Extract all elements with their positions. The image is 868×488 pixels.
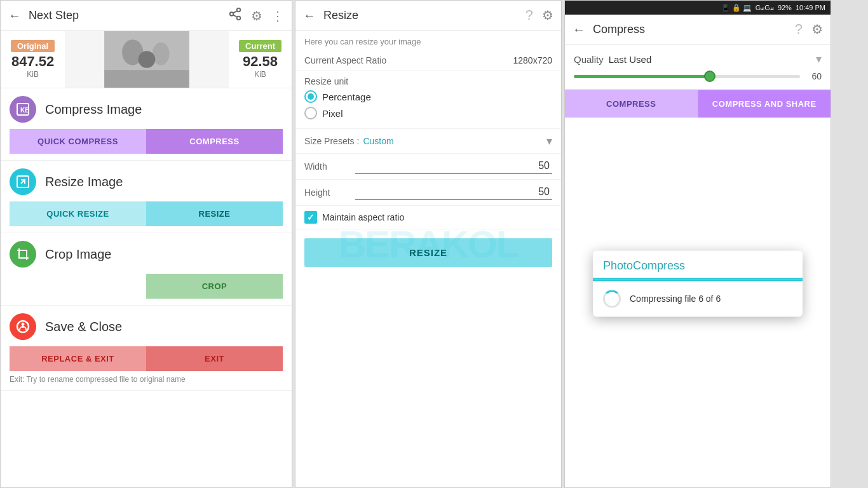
- quality-label: Quality: [574, 54, 604, 65]
- size-presets-label: Size Presets :: [304, 136, 359, 146]
- status-bar: 📱 🔒 💻 G₄ᵢG₄ᵢ 92% 10:49 PM: [565, 1, 831, 15]
- save-section: Save & Close REPLACE & EXIT EXIT Exit: T…: [1, 306, 292, 391]
- quality-slider-row: 60: [565, 69, 831, 89]
- size-presets-dropdown-icon[interactable]: ▾: [546, 134, 552, 148]
- resize-section: Resize Image QUICK RESIZE RESIZE: [1, 161, 292, 233]
- quality-value: Last Used: [609, 54, 652, 65]
- signal-strength: G₄ᵢG₄ᵢ: [756, 4, 774, 12]
- height-label: Height: [304, 187, 355, 198]
- width-label: Width: [304, 161, 355, 172]
- crop-section-icon: [10, 241, 36, 268]
- status-time: 10:49 PM: [796, 4, 825, 11]
- panel3-help-icon[interactable]: ?: [795, 21, 803, 37]
- save-section-icon: [10, 313, 36, 340]
- aspect-ratio-label: Current Aspect Ratio: [304, 55, 386, 65]
- panel2-back-icon[interactable]: ←: [303, 8, 316, 23]
- maintain-aspect-row[interactable]: ✓ Maintain aspect ratio: [295, 206, 561, 229]
- radio-percentage-circle[interactable]: [304, 90, 317, 103]
- crop-label: Crop Image: [45, 247, 112, 262]
- svg-text:KB: KB: [20, 107, 29, 114]
- quick-compress-button[interactable]: QUICK COMPRESS: [10, 129, 146, 154]
- quick-resize-button[interactable]: QUICK RESIZE: [10, 201, 146, 226]
- panel3-settings-icon[interactable]: ⚙: [811, 22, 823, 37]
- resize-title-row: Resize Image: [10, 168, 283, 195]
- panel3-back-icon[interactable]: ←: [573, 22, 585, 37]
- width-input[interactable]: [355, 159, 552, 174]
- replace-exit-button[interactable]: REPLACE & EXIT: [10, 346, 146, 371]
- size-presets-value: Custom: [363, 136, 393, 146]
- resize-btn-row: QUICK RESIZE RESIZE: [10, 201, 283, 226]
- dialog-title: PhotoCompress: [593, 250, 803, 279]
- maintain-aspect-checkbox[interactable]: ✓: [304, 211, 317, 224]
- compress-section-icon: KB: [10, 96, 36, 123]
- resize-action-button[interactable]: RESIZE: [304, 238, 552, 267]
- radio-percentage-label: Percentage: [322, 92, 371, 102]
- radio-percentage[interactable]: Percentage: [304, 90, 552, 103]
- save-title-row: Save & Close: [10, 313, 283, 340]
- panel1-header: ← Next Step ⚙ ⋮: [1, 1, 292, 31]
- dialog-progress-text: Compressing file 6 of 6: [630, 294, 721, 304]
- svg-line-4: [233, 11, 237, 13]
- progress-spinner: [603, 290, 621, 308]
- svg-point-10: [139, 51, 156, 68]
- compress-action-button[interactable]: COMPRESS: [565, 90, 698, 118]
- radio-pixel[interactable]: Pixel: [304, 107, 552, 119]
- maintain-aspect-label: Maintain aspect ratio: [322, 212, 404, 222]
- settings-icon[interactable]: ⚙: [251, 8, 262, 24]
- panel1-title: Next Step: [29, 9, 219, 22]
- panel2-settings-icon[interactable]: ⚙: [542, 8, 553, 23]
- dialog-body: Compressing file 6 of 6: [593, 281, 803, 316]
- original-size: 847.52: [11, 53, 54, 70]
- compress-label: Compress Image: [45, 102, 142, 117]
- compress-share-button[interactable]: COMPRESS AND SHARE: [698, 90, 831, 118]
- resize-hint: Here you can resize your image: [295, 30, 561, 50]
- svg-point-8: [153, 43, 170, 65]
- radio-pixel-circle[interactable]: [304, 107, 317, 119]
- resize-label: Resize Image: [45, 175, 123, 189]
- compress-btn-row: COMPRESS COMPRESS AND SHARE: [565, 90, 831, 118]
- compress-section: KB Compress Image QUICK COMPRESS COMPRES…: [1, 88, 292, 161]
- quality-slider-fill: [574, 75, 710, 78]
- image-thumbnail: [65, 31, 229, 88]
- resize-section-icon: [10, 168, 36, 195]
- quality-slider-value: 60: [806, 71, 822, 81]
- compress-title-row: KB Compress Image: [10, 96, 283, 123]
- panel-main-menu: ← Next Step ⚙ ⋮ Original 847.52 KiB Curr…: [0, 0, 292, 488]
- share-icon[interactable]: [228, 7, 242, 24]
- exit-button[interactable]: EXIT: [146, 346, 283, 371]
- panel-resize: ← Resize ? ⚙ Here you can resize your im…: [295, 0, 562, 488]
- height-input[interactable]: [355, 185, 552, 200]
- svg-point-0: [237, 8, 241, 12]
- current-label: Current: [239, 40, 281, 52]
- height-row: Height: [295, 180, 561, 206]
- quality-slider-thumb[interactable]: [704, 71, 715, 82]
- width-row: Width: [295, 154, 561, 180]
- crop-button[interactable]: CROP: [146, 274, 283, 299]
- exit-hint: Exit: Try to rename compressed file to o…: [10, 371, 283, 384]
- original-unit: KiB: [27, 70, 39, 79]
- quality-dropdown-icon[interactable]: ▾: [816, 52, 822, 66]
- size-presets-row[interactable]: Size Presets : Custom ▾: [295, 129, 561, 154]
- panel2-header: ← Resize ? ⚙: [295, 1, 561, 30]
- image-info-row: Original 847.52 KiB Current 92.58 KiB: [1, 31, 292, 88]
- aspect-ratio-row: Current Aspect Ratio 1280x720: [295, 50, 561, 71]
- resize-button[interactable]: RESIZE: [146, 201, 283, 226]
- resize-btn-container: RESIZE: [295, 229, 561, 276]
- crop-section: Crop Image CROP: [1, 233, 292, 306]
- panel2-help-icon[interactable]: ?: [526, 7, 533, 24]
- current-size: 92.58: [243, 53, 278, 70]
- panel3-title: Compress: [593, 23, 786, 36]
- quality-row: Quality Last Used ▾: [565, 44, 831, 69]
- resize-unit-label: Resize unit: [304, 76, 552, 86]
- panel2-title: Resize: [323, 9, 517, 22]
- compress-button[interactable]: COMPRESS: [146, 129, 283, 154]
- back-icon[interactable]: ←: [8, 8, 21, 23]
- save-label: Save & Close: [45, 320, 122, 334]
- svg-rect-9: [104, 70, 189, 88]
- compress-btn-row: QUICK COMPRESS COMPRESS: [10, 129, 283, 154]
- current-size-block: Current 92.58 KiB: [229, 31, 292, 88]
- crop-btn-row: CROP: [10, 274, 283, 299]
- more-icon[interactable]: ⋮: [271, 8, 284, 24]
- quality-slider-track[interactable]: [574, 75, 800, 78]
- crop-title-row: Crop Image: [10, 241, 283, 268]
